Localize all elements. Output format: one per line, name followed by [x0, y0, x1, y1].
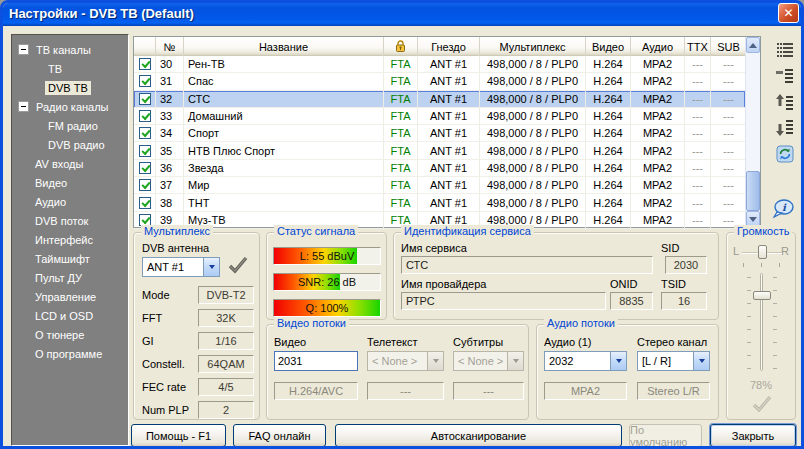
table-row[interactable]: 30Рен-ТВFTAANT #1498,000 / 8 / PLP0H.264… [134, 56, 745, 73]
tree-item-control[interactable]: Управление [12, 287, 128, 306]
tree-item-tv-channels[interactable]: ТВ каналы [12, 40, 128, 59]
tree-item-interface[interactable]: Интерфейс [12, 230, 128, 249]
header-sub[interactable]: SUB [711, 37, 747, 56]
chevron-down-icon[interactable] [203, 258, 219, 276]
header-multiplex[interactable]: Мультиплекс [480, 37, 586, 56]
subtitles-select: < None > [453, 351, 524, 371]
channel-checkbox[interactable] [139, 179, 151, 191]
tree-item-video[interactable]: Видео [12, 173, 128, 192]
stereo-info: Stereo L/R [637, 382, 710, 400]
chevron-down-icon[interactable] [693, 352, 709, 370]
tsid-label: TSID [661, 278, 686, 290]
header-jack[interactable]: Гнездо [418, 37, 480, 56]
fec-value: 4/5 [198, 378, 254, 396]
video-codec-value: H.264/AVC [274, 382, 358, 400]
tree-item-av-inputs[interactable]: AV входы [12, 154, 128, 173]
rescan-channels-icon[interactable] [773, 143, 797, 164]
table-row[interactable]: 31СпасFTAANT #1498,000 / 8 / PLP0H.264MP… [134, 73, 745, 90]
tree-item-lcd-osd[interactable]: LCD и OSD [12, 306, 128, 325]
channel-checkbox[interactable] [139, 145, 151, 157]
remove-channel-icon[interactable] [773, 65, 797, 86]
scrollbar-thumb[interactable] [746, 171, 760, 211]
autoscan-button[interactable]: Автосканирование [335, 424, 622, 447]
tree-item-fm-radio[interactable]: FM радио [12, 116, 128, 135]
provider-label: Имя провайдера [401, 278, 486, 290]
window-title: Настройки - DVB ТВ (Default) [9, 6, 778, 21]
stereo-select[interactable]: [L / R] [637, 351, 710, 371]
header-encryption[interactable] [384, 37, 418, 56]
channel-checkbox[interactable] [139, 197, 151, 209]
video-pid-input[interactable] [274, 351, 358, 371]
title-bar[interactable]: Настройки - DVB ТВ (Default) ✕ [0, 0, 804, 26]
tree-item-dvb-stream[interactable]: DVB поток [12, 211, 128, 230]
audio-pid-label: Аудио (1) [544, 336, 592, 348]
channel-checkbox[interactable] [139, 58, 151, 70]
channel-checkbox[interactable] [139, 110, 151, 122]
tree-item-radio-channels[interactable]: Радио каналы [12, 97, 128, 116]
teletext-info: --- [367, 382, 444, 400]
tree-item-tv[interactable]: ТВ [12, 59, 128, 78]
header-check-column[interactable] [134, 37, 156, 56]
settings-tree: ТВ каналы ТВ DVB ТВ Радио каналы FM ради… [11, 34, 129, 446]
mode-value: DVB-T2 [198, 286, 254, 304]
header-video[interactable]: Видео [586, 37, 631, 56]
subtitles-label: Субтитры [453, 336, 503, 348]
table-row[interactable]: 36ЗвездаFTAANT #1498,000 / 8 / PLP0H.264… [134, 160, 745, 177]
tsid-value: 16 [661, 292, 707, 310]
channel-table-header: № Название Гнездо Мультиплекс Видео Ауди… [134, 37, 745, 56]
tree-item-about-tuner[interactable]: О тюнере [12, 325, 128, 344]
close-icon[interactable]: ✕ [778, 3, 799, 23]
settings-window: Настройки - DVB ТВ (Default) ✕ ТВ каналы… [0, 0, 804, 449]
channel-checkbox[interactable] [139, 214, 151, 226]
move-channel-down-icon[interactable] [773, 117, 797, 138]
close-button[interactable]: Закрыть [710, 424, 796, 447]
audio-codec-value: MPA2 [544, 382, 627, 400]
video-streams-group: Видео потоки Видео Телетекст < None > Су… [266, 324, 529, 420]
video-group-title: Видео потоки [274, 317, 349, 329]
table-row[interactable]: 33ДомашнийFTAANT #1498,000 / 8 / PLP0H.2… [134, 108, 745, 125]
volume-slider-thumb[interactable] [753, 291, 771, 300]
chevron-down-icon[interactable] [610, 352, 626, 370]
table-row-selected[interactable]: 32СТСFTAANT #1498,000 / 8 / PLP0H.264MPA… [134, 91, 745, 108]
apply-volume-icon[interactable] [751, 395, 773, 417]
header-ttx[interactable]: TTX [685, 37, 711, 56]
help-button[interactable]: Помощь - F1 [131, 424, 226, 447]
signal-group-title: Статус сигнала [274, 225, 358, 237]
channel-checkbox[interactable] [139, 93, 151, 105]
tree-item-dvb-radio[interactable]: DVB радио [12, 135, 128, 154]
collapse-icon[interactable] [18, 101, 29, 112]
channel-checkbox[interactable] [139, 127, 151, 139]
audio-streams-group: Аудио потоки Аудио (1) 2032 Стерео канал… [536, 324, 719, 420]
table-scrollbar[interactable] [745, 37, 760, 227]
header-number[interactable]: № [156, 37, 184, 56]
audio-group-title: Аудио потоки [544, 317, 618, 329]
table-row[interactable]: 34СпортFTAANT #1498,000 / 8 / PLP0H.264M… [134, 125, 745, 142]
move-channel-up-icon[interactable] [773, 91, 797, 112]
info-icon[interactable]: i [767, 195, 799, 223]
faq-button[interactable]: FAQ онлайн [233, 424, 326, 447]
tree-item-about-program[interactable]: О программе [12, 344, 128, 363]
scrollbar-track[interactable] [746, 53, 760, 211]
table-row[interactable]: 38ТНТFTAANT #1498,000 / 8 / PLP0H.264MPA… [134, 194, 745, 211]
tree-item-remote[interactable]: Пульт ДУ [12, 268, 128, 287]
channel-list-icon[interactable] [773, 39, 797, 60]
table-row[interactable]: 37МирFTAANT #1498,000 / 8 / PLP0H.264MPA… [134, 177, 745, 194]
scroll-up-icon[interactable] [746, 37, 760, 53]
channel-rows: 30Рен-ТВFTAANT #1498,000 / 8 / PLP0H.264… [134, 56, 745, 229]
volume-slider[interactable] [760, 273, 763, 371]
volume-group-title: Громкость [734, 225, 792, 237]
apply-antenna-icon[interactable] [228, 256, 248, 278]
table-row[interactable]: 35НТВ Плюс СпортFTAANT #1498,000 / 8 / P… [134, 142, 745, 159]
collapse-icon[interactable] [18, 44, 29, 55]
header-audio[interactable]: Аудио [631, 37, 685, 56]
channel-checkbox[interactable] [139, 162, 151, 174]
channel-checkbox[interactable] [139, 75, 151, 87]
tree-item-timeshift[interactable]: Таймшифт [12, 249, 128, 268]
header-name[interactable]: Название [184, 37, 384, 56]
audio-pid-select[interactable]: 2032 [544, 351, 627, 371]
balance-slider-thumb[interactable] [758, 245, 767, 259]
gi-label: GI [142, 335, 154, 347]
tree-item-audio[interactable]: Аудио [12, 192, 128, 211]
antenna-select[interactable]: ANT #1 [142, 257, 220, 277]
tree-item-dvb-tv[interactable]: DVB ТВ [12, 78, 128, 97]
